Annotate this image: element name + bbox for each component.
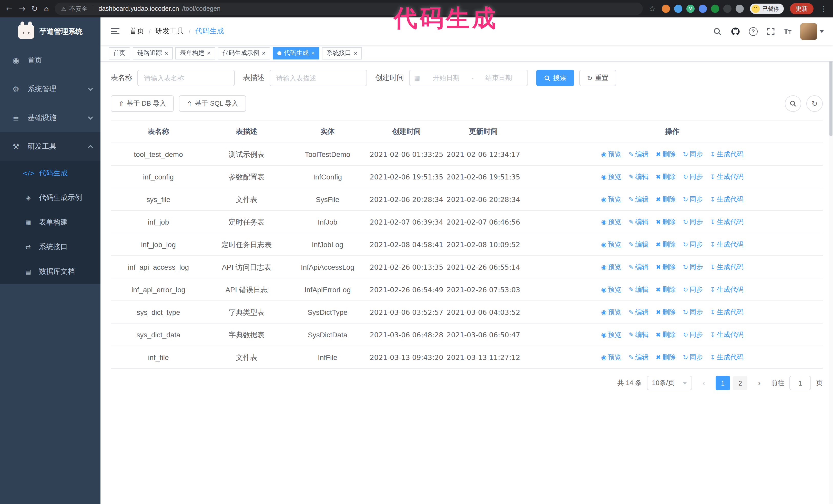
profile-paused-chip[interactable]: 已暂停 [750,4,784,14]
tab-home[interactable]: 首页 [109,47,130,59]
generate-code-link[interactable]: ↧生成代码 [710,216,743,227]
sync-link[interactable]: ↻同步 [683,239,703,250]
refresh-list-button[interactable]: ↻ [806,95,823,112]
generate-code-link[interactable]: ↧生成代码 [710,284,743,295]
sync-link[interactable]: ↻同步 [683,149,703,160]
generate-code-link[interactable]: ↧生成代码 [710,262,743,273]
dark-paw-extension-icon[interactable] [723,5,732,13]
orange-fox-extension-icon[interactable] [662,5,670,13]
preview-link[interactable]: ◉预览 [601,307,621,318]
github-icon[interactable] [730,26,740,36]
sidebar-item-codegen[interactable]: </>代码生成 [0,161,100,186]
next-page-button[interactable]: › [753,376,766,390]
edit-link[interactable]: ✎编辑 [628,194,648,205]
generate-code-link[interactable]: ↧生成代码 [710,329,743,340]
edit-link[interactable]: ✎编辑 [628,239,648,250]
tab-form-builder[interactable]: 表单构建× [175,47,215,59]
sync-link[interactable]: ↻同步 [683,171,703,183]
tab-codegen-example[interactable]: 代码生成示例× [218,47,270,59]
browser-home-icon[interactable]: ⌂ [44,5,49,13]
table-name-input[interactable] [137,70,235,86]
browser-back-icon[interactable]: ← [6,5,13,13]
generate-code-link[interactable]: ↧生成代码 [710,194,743,205]
hamburger-icon[interactable] [110,26,120,37]
font-size-icon[interactable] [784,27,791,36]
reset-button[interactable]: ↻ 重置 [579,70,616,86]
preview-link[interactable]: ◉预览 [601,352,621,363]
edit-link[interactable]: ✎编辑 [628,216,648,227]
generate-code-link[interactable]: ↧生成代码 [710,171,743,183]
tab-close-icon[interactable]: × [165,50,168,56]
page-button-2[interactable]: 2 [733,376,747,390]
tab-system-api[interactable]: 系统接口× [322,47,362,59]
preview-link[interactable]: ◉预览 [601,194,621,205]
browser-menu-icon[interactable]: ⋮ [820,5,827,13]
sync-link[interactable]: ↻同步 [683,262,703,273]
delete-link[interactable]: ✖删除 [656,352,675,363]
help-icon[interactable]: ? [749,27,757,35]
fullscreen-icon[interactable] [766,27,775,35]
sync-link[interactable]: ↻同步 [683,194,703,205]
tab-close-icon[interactable]: × [354,50,357,56]
user-menu[interactable] [800,23,824,40]
delete-link[interactable]: ✖删除 [656,216,675,227]
delete-link[interactable]: ✖删除 [656,329,675,340]
import-db-button[interactable]: ⇧ 基于 DB 导入 [111,95,174,112]
preview-link[interactable]: ◉预览 [601,262,621,273]
sync-link[interactable]: ↻同步 [683,329,703,340]
edit-link[interactable]: ✎编辑 [628,329,648,340]
edit-link[interactable]: ✎编辑 [628,149,648,160]
page-scrollbar[interactable] [829,18,833,504]
preview-link[interactable]: ◉预览 [601,284,621,295]
page-size-select[interactable]: 10条/页 [647,376,692,390]
sync-link[interactable]: ↻同步 [683,352,703,363]
vue-devtools-extension-icon[interactable]: V [686,5,695,13]
search-button[interactable]: 搜索 [536,70,574,86]
edit-link[interactable]: ✎编辑 [628,284,648,295]
edit-link[interactable]: ✎编辑 [628,307,648,318]
preview-link[interactable]: ◉预览 [601,216,621,227]
preview-link[interactable]: ◉预览 [601,329,621,340]
table-desc-input[interactable] [270,70,367,86]
sync-link[interactable]: ↻同步 [683,307,703,318]
generate-code-link[interactable]: ↧生成代码 [710,239,743,250]
sidebar-item-codegen-example[interactable]: ◈代码生成示例 [0,186,100,210]
sidebar-item-system-mgmt[interactable]: ⚙系统管理 [0,75,100,103]
sidebar-item-infrastructure[interactable]: ≣基础设施 [0,103,100,132]
delete-link[interactable]: ✖删除 [656,171,675,183]
blue-drop-extension-icon[interactable] [674,5,682,13]
browser-forward-icon[interactable]: → [19,5,25,13]
date-range-picker[interactable]: ▦ 开始日期 - 结束日期 [409,70,528,86]
prev-page-button[interactable]: ‹ [697,376,711,390]
search-icon[interactable] [713,27,721,35]
edit-link[interactable]: ✎编辑 [628,352,648,363]
sidebar-item-db-doc[interactable]: ▤数据库文档 [0,259,100,284]
delete-link[interactable]: ✖删除 [656,262,675,273]
goto-page-input[interactable] [789,376,811,390]
sync-link[interactable]: ↻同步 [683,284,703,295]
green-tool-extension-icon[interactable] [711,5,719,13]
tab-close-icon[interactable]: × [262,50,265,56]
generate-code-link[interactable]: ↧生成代码 [710,307,743,318]
edit-link[interactable]: ✎编辑 [628,262,648,273]
delete-link[interactable]: ✖删除 [656,149,675,160]
sidebar-item-dev-tools[interactable]: ⚒研发工具 [0,132,100,161]
chrome-update-button[interactable]: 更新 [790,3,813,14]
delete-link[interactable]: ✖删除 [656,239,675,250]
breadcrumb-item[interactable]: 首页 [130,27,144,36]
tab-close-icon[interactable]: × [207,50,211,56]
tab-close-icon[interactable]: × [311,50,315,56]
edit-link[interactable]: ✎编辑 [628,171,648,183]
preview-link[interactable]: ◉预览 [601,239,621,250]
preview-link[interactable]: ◉预览 [601,171,621,183]
browser-reload-icon[interactable]: ↻ [31,5,38,13]
page-button-1[interactable]: 1 [716,376,730,390]
tab-codegen[interactable]: 代码生成× [273,47,319,59]
toggle-search-button[interactable] [785,95,801,112]
preview-link[interactable]: ◉预览 [601,149,621,160]
delete-link[interactable]: ✖删除 [656,307,675,318]
people-extension-icon[interactable] [699,5,707,13]
sync-link[interactable]: ↻同步 [683,216,703,227]
generate-code-link[interactable]: ↧生成代码 [710,149,743,160]
sidebar-item-home[interactable]: ◉首页 [0,46,100,75]
